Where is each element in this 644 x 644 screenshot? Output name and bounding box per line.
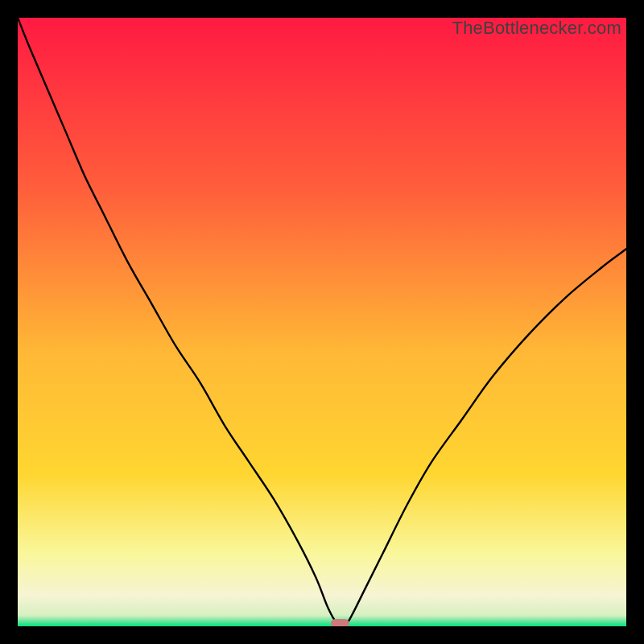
plot-area: TheBottlenecker.com	[18, 18, 626, 626]
gradient-background	[18, 18, 626, 626]
chart-frame: TheBottlenecker.com	[0, 0, 644, 644]
watermark-text: TheBottlenecker.com	[452, 18, 621, 39]
optimal-point-marker	[331, 619, 349, 626]
chart-svg	[18, 18, 626, 626]
